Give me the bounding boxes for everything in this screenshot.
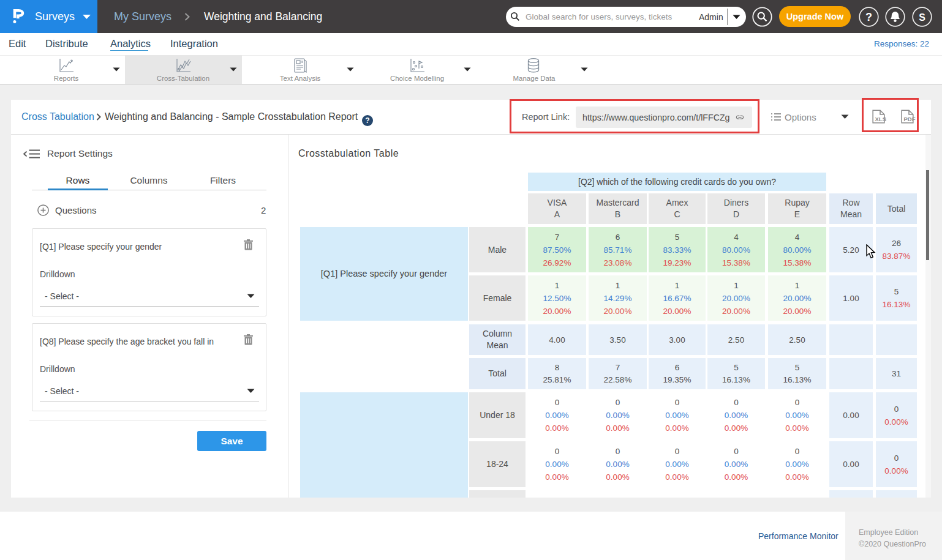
svg-text:?: ? xyxy=(865,11,872,23)
svg-text:S: S xyxy=(919,12,925,23)
